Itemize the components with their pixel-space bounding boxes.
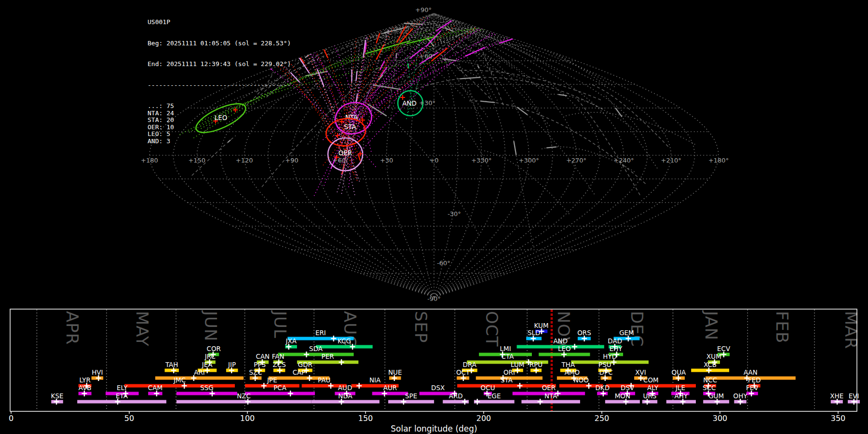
meteor-solid-segment	[558, 95, 567, 95]
shower-bar-label-JEA: JEA	[202, 361, 213, 368]
shower-bar-label-CAP: CAP	[293, 368, 306, 376]
meteor-trail	[346, 21, 416, 144]
shower-bar-label-URS: URS	[643, 392, 657, 400]
shower-bar-label-GUM: GUM	[708, 392, 724, 400]
lat-label: -60°	[437, 259, 450, 267]
shower-bar-label-ORI: ORI	[503, 368, 515, 376]
meteor-solid-segment	[615, 108, 622, 117]
meteor-solid-segment	[477, 66, 479, 68]
shower-bar-label-OCT: OCT	[456, 368, 470, 376]
meteor-solid-segment	[514, 141, 516, 155]
shower-bar-label-EVI: EVI	[849, 392, 859, 400]
meteor-solid-segment	[465, 47, 485, 56]
shower-bar-label-JIP: JIP	[228, 361, 236, 368]
shower-bar-label-DSV: DSV	[621, 384, 635, 392]
shower-bar-STA	[457, 384, 556, 388]
shower-bar-label-AND: AND	[553, 337, 568, 345]
radiant-label-STA: STA	[344, 123, 356, 131]
shower-bar-label-SLD: SLD	[528, 329, 541, 337]
shower-bar-label-DSX: DSX	[431, 384, 445, 392]
shower-bar-label-SPE: SPE	[405, 392, 417, 400]
shower-bar-label-SSG: SSG	[200, 384, 214, 392]
shower-bar-label-XCB: XCB	[704, 361, 717, 368]
meteor-solid-segment	[495, 20, 514, 23]
separator-line: --------------------------------------	[148, 82, 291, 89]
month-label-JAN: JAN	[702, 310, 721, 340]
meteor-trail	[412, 15, 586, 47]
shower-bar-label-THA: THA	[561, 361, 575, 368]
lat-label: +60°	[419, 53, 435, 60]
shower-bar-label-XUM: XUM	[706, 353, 721, 360]
lon-label: +210°	[661, 157, 681, 164]
shower-count-OER: OER: 10	[148, 124, 291, 131]
shower-bar-label-GDR: GDR	[298, 361, 312, 368]
meteor-solid-segment	[460, 77, 481, 79]
shower-bar-label-LYR: LYR	[79, 376, 90, 384]
x-axis: 050100150200250300350Solar longitude (de…	[9, 411, 845, 434]
meteor-trail	[576, 98, 640, 195]
radiant-label-AND: AND	[402, 99, 417, 107]
shower-bar-MON	[605, 400, 640, 404]
sky-map: LEONTASTAOERAND+180+150+120+90+60+30+0+3…	[0, 0, 868, 305]
shower-bar-label-EGE: EGE	[488, 392, 501, 400]
shower-bar-label-DRA: DRA	[463, 361, 477, 368]
shower-bar-label-JPE: JPE	[267, 376, 277, 384]
shower-bar-label-KUM: KUM	[534, 322, 549, 329]
station-info-panel: US001P Beg: 20251111 01:05:05 (sol = 228…	[148, 5, 291, 159]
shower-bar-label-RPU: RPU	[529, 361, 542, 368]
shower-bar-label-PSU: PSU	[598, 361, 611, 368]
shower-bar-label-FED: FED	[748, 376, 761, 384]
shower-bar-SSG	[176, 392, 237, 395]
x-tick-label: 150	[358, 414, 373, 423]
x-tick-label: 50	[124, 414, 134, 423]
shower-bar-label-AUR: AUR	[383, 384, 397, 392]
meteor-solid-segment	[546, 147, 556, 148]
shower-bar-label-DKD: DKD	[595, 384, 610, 392]
shower-bar-label-ETA: ETA	[116, 392, 128, 400]
shower-bar-label-COR: COR	[206, 345, 220, 353]
shower-counts-list: ...: 75NTA: 24STA: 20OER: 10LEO: 5AND: 3	[148, 103, 291, 145]
shower-bar-label-PPS: PPS	[254, 361, 266, 368]
shower-bar-AUR	[372, 392, 408, 395]
meteor-solid-segment	[373, 85, 401, 89]
shower-bar-label-NOO: NOO	[573, 376, 588, 384]
shower-bar-label-ZCS: ZCS	[273, 361, 286, 368]
shower-bar-label-SDA: SDA	[309, 345, 323, 353]
x-tick-label: 200	[476, 414, 491, 423]
shower-bar-SDA	[278, 353, 354, 356]
meteor-solid-segment	[344, 34, 352, 38]
observation-begin: Beg: 20251111 01:05:05 (sol = 228.53°)	[148, 40, 291, 47]
month-label-SEP: SEP	[411, 311, 431, 343]
shower-bar-SPE	[388, 400, 434, 404]
shower-bar-label-KSE: KSE	[51, 392, 64, 400]
shower-bar-label-CAN: CAN	[256, 353, 270, 360]
shower-bar-label-XVI: XVI	[635, 368, 646, 376]
shower-bar-PCA	[245, 392, 315, 395]
shower-bar-label-NTA: NTA	[544, 392, 557, 400]
shower-bar-label-ORS: ORS	[577, 329, 591, 337]
meteor-trail	[456, 70, 601, 100]
shower-bar-label-JXA: JXA	[285, 337, 297, 345]
shower-bar-label-COM: COM	[643, 376, 659, 384]
shower-bar-label-AUD: AUD	[338, 384, 353, 392]
shower-bar-label-PER: PER	[322, 353, 334, 360]
shower-bar-label-XHE: XHE	[830, 392, 843, 400]
shower-bar-label-AVB: AVB	[79, 384, 92, 392]
month-label-APR: APR	[63, 311, 82, 345]
shower-bar-NTA	[521, 400, 580, 404]
month-label-OCT: OCT	[482, 311, 502, 347]
lon-label: +240°	[613, 157, 634, 164]
meteor-solid-segment	[482, 26, 497, 29]
shower-bar-label-OER: OER	[542, 384, 556, 392]
shower-bar-label-MON: MON	[615, 392, 630, 400]
shower-bar-label-HYD: HYD	[603, 353, 617, 360]
month-label-FEB: FEB	[773, 311, 792, 343]
shower-bar-label-DAD: DAD	[608, 337, 622, 345]
lon-label: +0	[429, 157, 438, 164]
shower-bar-label-JLE: JLE	[675, 384, 685, 392]
radiant-label-OER: OER	[339, 149, 353, 157]
lon-label: +30	[380, 157, 393, 164]
activity-timeline-chart: APRMAYJUNJULAUGSEPOCTNOVDECJANFEBMARKUME…	[0, 305, 868, 434]
shower-bar-label-DPC: DPC	[599, 368, 613, 376]
shower-bar-label-NUE: NUE	[388, 368, 402, 376]
